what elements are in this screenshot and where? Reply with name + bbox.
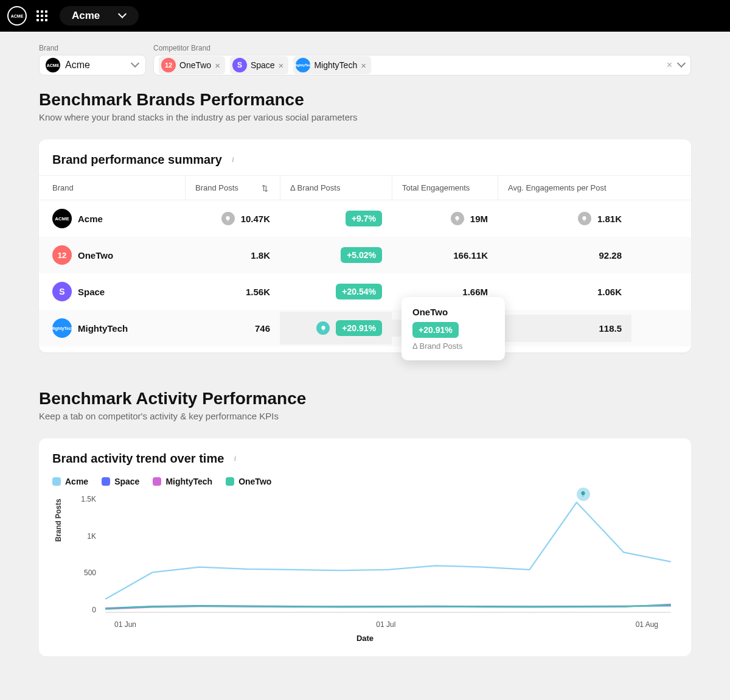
sort-icon[interactable] <box>262 184 270 192</box>
brand-dropdown[interactable]: ACME Acme <box>39 55 146 75</box>
apps-grid-icon[interactable] <box>36 10 47 21</box>
posts-value: 10.47K <box>241 214 270 224</box>
y-ticks: 1.5K1K5000 <box>75 495 96 614</box>
col-delta: Δ Brand Posts <box>280 176 392 200</box>
remove-chip-icon[interactable]: × <box>361 61 366 70</box>
avg-value: 118.5 <box>599 323 622 334</box>
insight-bulb-icon[interactable] <box>221 212 235 225</box>
table-row[interactable]: SSpace 1.56K +20.54% 1.66M 1.06K <box>39 273 691 310</box>
summary-card: Brand performance summary i Brand Brand … <box>39 139 691 352</box>
brand-filter-label: Brand <box>39 44 146 52</box>
remove-chip-icon[interactable]: × <box>215 61 220 70</box>
legend-label: Acme <box>65 477 88 486</box>
brand-avatar-icon: 12 <box>52 245 72 265</box>
insight-bulb-icon[interactable] <box>451 212 464 225</box>
workspace-selector[interactable]: Acme <box>60 6 139 26</box>
brand-avatar-icon: ACME <box>46 58 60 72</box>
peak-insight-icon[interactable] <box>577 488 590 501</box>
section2-subtitle: Keep a tab on competitor's activity & ke… <box>39 411 691 421</box>
col-brand: Brand <box>39 176 185 200</box>
brand-avatar-icon: S <box>232 58 247 72</box>
brand-avatar-icon: MightyTech <box>296 58 310 72</box>
avg-value: 1.06K <box>597 287 622 297</box>
avg-value: 92.28 <box>599 250 622 261</box>
engagements-value: 19M <box>470 214 488 224</box>
chip-label: Space <box>251 60 275 70</box>
page-title: Benchmark Brands Performance <box>39 90 691 110</box>
competitor-chip: MightyTechMightyTech× <box>293 56 371 74</box>
brand-avatar-icon: S <box>52 282 72 301</box>
competitor-chip: 12OneTwo× <box>159 56 225 74</box>
competitor-multiselect[interactable]: 12OneTwo×SSpace×MightyTechMightyTech× × <box>153 55 691 75</box>
tooltip-title: OneTwo <box>412 307 494 317</box>
info-icon[interactable]: i <box>228 155 238 165</box>
chevron-down-icon <box>119 12 127 19</box>
info-icon[interactable]: i <box>230 454 240 464</box>
posts-value: 1.8K <box>251 250 270 261</box>
legend-item[interactable]: OneTwo <box>226 477 271 486</box>
logo-icon: ACME <box>7 6 27 26</box>
legend-item[interactable]: MightyTech <box>153 477 212 486</box>
brand-name: MightyTech <box>78 323 128 334</box>
legend-swatch <box>153 477 161 486</box>
legend-label: OneTwo <box>238 477 271 486</box>
competitor-filter-label: Competitor Brand <box>153 44 691 52</box>
x-ticks: 01 Jun01 Jul01 Aug <box>101 620 672 629</box>
col-posts[interactable]: Brand Posts <box>185 176 280 200</box>
brand-name: OneTwo <box>78 250 113 261</box>
topbar: ACME Acme <box>0 0 730 32</box>
legend-swatch <box>102 477 110 486</box>
chart-area: Brand Posts 1.5K1K5000 01 Jun01 Jul01 Au… <box>64 495 678 629</box>
filter-bar: Brand ACME Acme Competitor Brand 12OneTw… <box>39 44 691 75</box>
legend-swatch <box>226 477 234 486</box>
line-chart <box>64 495 678 629</box>
legend-swatch <box>52 477 61 486</box>
tooltip-sub: Δ Brand Posts <box>412 341 494 351</box>
delta-tooltip: OneTwo +20.91% Δ Brand Posts <box>401 297 505 360</box>
table-header: Brand Brand Posts Δ Brand Posts Total En… <box>39 175 691 200</box>
chart-title: Brand activity trend over time <box>52 452 224 466</box>
delta-badge: +20.91% <box>336 320 382 336</box>
engagements-value: 1.66M <box>462 287 488 297</box>
table-row[interactable]: 12OneTwo 1.8K +5.02% 166.11K 92.28 <box>39 237 691 273</box>
posts-value: 746 <box>255 323 270 334</box>
col-engagements: Total Engagements <box>392 176 498 200</box>
y-axis-label: Brand Posts <box>54 499 63 542</box>
chart-line <box>105 502 671 599</box>
clear-all-icon[interactable]: × <box>667 60 672 71</box>
brand-selected: Acme <box>65 60 90 71</box>
delta-badge: +20.54% <box>336 284 382 299</box>
chevron-down-icon <box>132 61 139 69</box>
card-title: Brand performance summary <box>52 153 222 167</box>
brand-avatar-icon: ACME <box>52 209 72 228</box>
chip-label: MightyTech <box>314 60 357 70</box>
avg-value: 1.81K <box>597 214 622 224</box>
col-avg: Avg. Engagements per Post <box>498 176 631 200</box>
activity-chart-card: Brand activity trend over time i AcmeSpa… <box>39 438 691 656</box>
legend-label: Space <box>114 477 139 486</box>
table-row[interactable]: MightyTechMightyTech 746 +20.91% 118.5 <box>39 310 691 346</box>
brand-name: Space <box>78 287 105 297</box>
insight-bulb-icon[interactable] <box>578 212 591 225</box>
delta-badge: +9.7% <box>346 211 382 226</box>
legend-label: MightyTech <box>165 477 212 486</box>
legend-item[interactable]: Acme <box>52 477 88 486</box>
tooltip-delta: +20.91% <box>412 322 459 338</box>
posts-value: 1.56K <box>246 287 270 297</box>
brand-name: Acme <box>78 214 103 224</box>
page-subtitle: Know where your brand stacks in the indu… <box>39 112 691 122</box>
table-row[interactable]: ACMEAcme 10.47K +9.7% 19M 1.81K <box>39 200 691 237</box>
chart-legend: AcmeSpaceMightyTechOneTwo <box>52 477 678 486</box>
delta-badge: +5.02% <box>341 247 382 263</box>
brand-avatar-icon: MightyTech <box>52 318 72 338</box>
section2-title: Benchmark Activity Performance <box>39 389 691 408</box>
brand-avatar-icon: 12 <box>161 58 176 72</box>
workspace-name: Acme <box>72 10 100 22</box>
x-axis-label: Date <box>52 634 678 643</box>
chevron-down-icon <box>678 61 686 69</box>
legend-item[interactable]: Space <box>102 477 139 486</box>
remove-chip-icon[interactable]: × <box>279 61 284 70</box>
insight-bulb-icon[interactable] <box>316 321 330 335</box>
chip-label: OneTwo <box>179 60 211 70</box>
competitor-chip: SSpace× <box>230 56 288 74</box>
